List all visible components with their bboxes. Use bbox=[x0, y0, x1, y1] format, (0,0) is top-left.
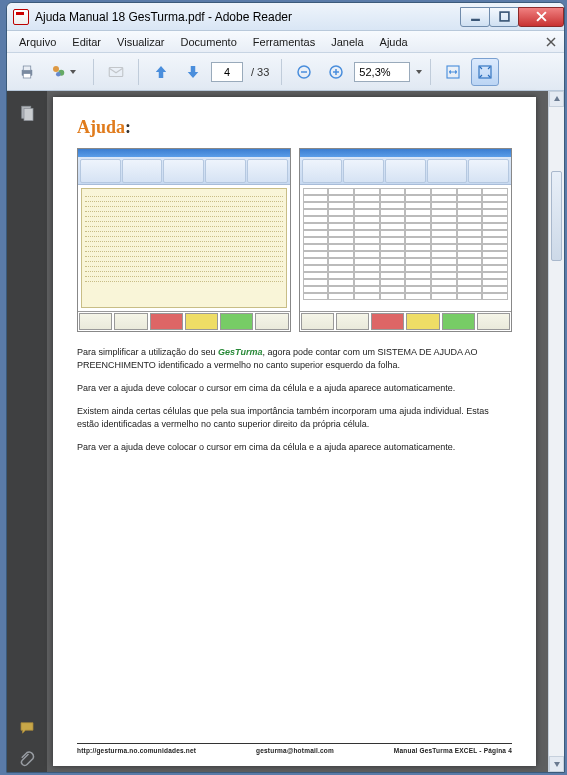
close-button[interactable] bbox=[518, 7, 564, 27]
vertical-scrollbar[interactable] bbox=[548, 91, 564, 772]
page-total-label: / 33 bbox=[247, 66, 273, 78]
svg-rect-12 bbox=[109, 67, 123, 76]
paragraph-3: Existem ainda certas células que pela su… bbox=[77, 405, 512, 431]
prev-page-button[interactable] bbox=[147, 58, 175, 86]
app-window: Ajuda Manual 18 GesTurma.pdf - Adobe Rea… bbox=[6, 2, 565, 773]
next-page-button[interactable] bbox=[179, 58, 207, 86]
paragraph-1: Para simplificar a utilização do seu Ges… bbox=[77, 346, 512, 372]
maximize-button[interactable] bbox=[489, 7, 519, 27]
window-controls bbox=[461, 7, 564, 27]
page-number-input[interactable] bbox=[211, 62, 243, 82]
comments-panel-icon[interactable] bbox=[15, 716, 39, 740]
svg-point-11 bbox=[56, 72, 61, 77]
toolbar-separator bbox=[138, 59, 139, 85]
print-button[interactable] bbox=[13, 58, 41, 86]
menubar-close-icon[interactable] bbox=[542, 33, 560, 51]
fit-page-button[interactable] bbox=[471, 58, 499, 86]
svg-rect-7 bbox=[23, 66, 31, 71]
svg-rect-1 bbox=[500, 12, 509, 21]
scroll-thumb[interactable] bbox=[551, 171, 562, 261]
screenshot-row bbox=[77, 148, 512, 332]
content-area: Ajuda: bbox=[7, 91, 564, 772]
pages-panel-icon[interactable] bbox=[15, 101, 39, 125]
titlebar: Ajuda Manual 18 GesTurma.pdf - Adobe Rea… bbox=[7, 3, 564, 31]
zoom-level-value: 52,3% bbox=[359, 66, 390, 78]
zoom-out-button[interactable] bbox=[290, 58, 318, 86]
menu-ajuda[interactable]: Ajuda bbox=[372, 34, 416, 50]
toolbar-separator bbox=[93, 59, 94, 85]
zoom-in-button[interactable] bbox=[322, 58, 350, 86]
attachments-panel-icon[interactable] bbox=[15, 748, 39, 772]
screenshot-right bbox=[299, 148, 513, 332]
screenshot-left bbox=[77, 148, 291, 332]
zoom-level-box[interactable]: 52,3% bbox=[354, 62, 410, 82]
page-footer: http://gesturma.no.comunidades.net gestu… bbox=[77, 743, 512, 754]
toolbar-separator bbox=[281, 59, 282, 85]
menu-janela[interactable]: Janela bbox=[323, 34, 371, 50]
menu-editar[interactable]: Editar bbox=[64, 34, 109, 50]
minimize-button[interactable] bbox=[460, 7, 490, 27]
chevron-down-icon[interactable] bbox=[416, 70, 422, 74]
chevron-down-icon bbox=[70, 70, 76, 74]
footer-page: Manual GesTurma EXCEL - Página 4 bbox=[394, 747, 512, 754]
paragraph-2: Para ver a ajuda deve colocar o cursor e… bbox=[77, 382, 512, 395]
menubar: Arquivo Editar Visualizar Documento Ferr… bbox=[7, 31, 564, 53]
body-text: Para simplificar a utilização do seu Ges… bbox=[77, 346, 512, 464]
scroll-down-button[interactable] bbox=[549, 756, 564, 772]
paragraph-4: Para ver a ajuda deve colocar o cursor e… bbox=[77, 441, 512, 454]
window-title: Ajuda Manual 18 GesTurma.pdf - Adobe Rea… bbox=[35, 10, 461, 24]
menu-arquivo[interactable]: Arquivo bbox=[11, 34, 64, 50]
pdf-icon bbox=[13, 9, 29, 25]
menu-documento[interactable]: Documento bbox=[173, 34, 245, 50]
gesturma-brand: GesTurma bbox=[218, 347, 262, 357]
email-button[interactable] bbox=[102, 58, 130, 86]
document-viewport[interactable]: Ajuda: bbox=[47, 91, 548, 772]
menu-visualizar[interactable]: Visualizar bbox=[109, 34, 173, 50]
collaborate-button[interactable] bbox=[45, 58, 85, 86]
toolbar-separator bbox=[430, 59, 431, 85]
page-heading: Ajuda: bbox=[77, 117, 512, 138]
svg-rect-21 bbox=[24, 109, 33, 121]
sidebar bbox=[7, 91, 47, 772]
fit-width-button[interactable] bbox=[439, 58, 467, 86]
svg-rect-8 bbox=[23, 73, 31, 78]
menu-ferramentas[interactable]: Ferramentas bbox=[245, 34, 323, 50]
scroll-up-button[interactable] bbox=[549, 91, 564, 107]
svg-point-9 bbox=[53, 66, 59, 72]
footer-email: gesturma@hotmail.com bbox=[256, 747, 334, 754]
pdf-page: Ajuda: bbox=[53, 97, 536, 766]
footer-url: http://gesturma.no.comunidades.net bbox=[77, 747, 196, 754]
toolbar: / 33 52,3% bbox=[7, 53, 564, 91]
